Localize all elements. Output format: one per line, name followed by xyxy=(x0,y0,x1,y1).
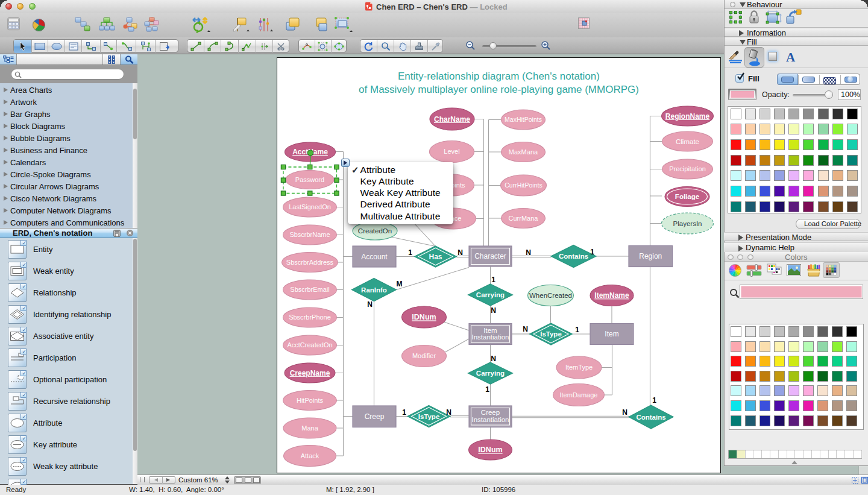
svg-text:CurrHitPoints: CurrHitPoints xyxy=(505,181,542,189)
svg-text:1: 1 xyxy=(652,396,656,405)
svg-text:1: 1 xyxy=(590,248,594,256)
svg-text:ItemDamage: ItemDamage xyxy=(559,391,597,399)
svg-text:N: N xyxy=(367,300,373,309)
svg-text:Creep: Creep xyxy=(480,409,499,416)
svg-text:Item: Item xyxy=(483,327,497,334)
svg-text:N: N xyxy=(526,248,531,257)
svg-text:N: N xyxy=(458,248,463,257)
svg-text:1: 1 xyxy=(408,248,412,257)
svg-text:Carrying: Carrying xyxy=(476,291,504,298)
svg-text:LastSignedOn: LastSignedOn xyxy=(289,203,331,210)
svg-text:AcctCreatedOn: AcctCreatedOn xyxy=(287,341,332,348)
svg-text:IDNum: IDNum xyxy=(412,313,436,321)
svg-text:SbscrbrEmail: SbscrbrEmail xyxy=(290,286,329,293)
svg-text:1: 1 xyxy=(485,385,489,394)
svg-text:WhenCreated: WhenCreated xyxy=(529,292,572,299)
svg-text:of Massively multiplayer onlin: of Massively multiplayer online role-pla… xyxy=(359,84,639,95)
svg-text:SbscrbrName: SbscrbrName xyxy=(289,231,330,238)
svg-text:N: N xyxy=(622,408,627,417)
svg-text:Creep: Creep xyxy=(364,412,384,421)
svg-text:Contains: Contains xyxy=(558,253,588,260)
svg-text:CreatedOn: CreatedOn xyxy=(357,227,391,235)
svg-text:Attack: Attack xyxy=(300,452,319,459)
svg-text:Mana: Mana xyxy=(301,424,318,432)
svg-text:Account: Account xyxy=(361,253,388,261)
svg-text:CharName: CharName xyxy=(433,115,470,124)
svg-text:Character: Character xyxy=(474,252,506,260)
svg-text:HitPoints: HitPoints xyxy=(296,397,323,404)
svg-text:CurrMana: CurrMana xyxy=(508,215,538,222)
svg-text:Password: Password xyxy=(295,176,324,183)
svg-text:RegionName: RegionName xyxy=(665,112,709,121)
svg-text:Instantiation: Instantiation xyxy=(471,416,509,423)
svg-text:M: M xyxy=(396,280,402,288)
svg-text:IsType: IsType xyxy=(418,413,439,420)
svg-text:Level: Level xyxy=(444,148,459,155)
svg-text:IDNum: IDNum xyxy=(478,446,502,454)
svg-text:Entity-relationship diagram (C: Entity-relationship diagram (Chen's nota… xyxy=(398,71,600,82)
svg-text:ItemType: ItemType xyxy=(565,364,592,371)
svg-text:1: 1 xyxy=(491,276,495,284)
svg-text:PlayersIn: PlayersIn xyxy=(673,220,702,227)
svg-text:MaxHitPoints: MaxHitPoints xyxy=(505,116,542,123)
svg-text:CreepName: CreepName xyxy=(289,369,330,377)
svg-text:Has: Has xyxy=(429,253,442,261)
svg-text:N: N xyxy=(523,325,528,333)
svg-text:ItemName: ItemName xyxy=(594,291,629,300)
svg-text:MaxMana: MaxMana xyxy=(508,148,538,156)
svg-text:SbscrbrAddress: SbscrbrAddress xyxy=(286,259,333,266)
svg-text:N: N xyxy=(491,355,496,363)
svg-text:IsType: IsType xyxy=(540,330,562,338)
svg-text:1: 1 xyxy=(575,326,579,334)
svg-text:RanInfo: RanInfo xyxy=(361,286,387,294)
svg-text:Carrying: Carrying xyxy=(476,370,504,377)
svg-text:Foliage: Foliage xyxy=(675,193,699,200)
svg-text:Contains: Contains xyxy=(636,414,665,421)
svg-text:N: N xyxy=(491,306,496,315)
svg-text:N: N xyxy=(446,408,451,417)
svg-text:Precipitation: Precipitation xyxy=(669,165,706,172)
svg-text:Modifier: Modifier xyxy=(412,352,435,359)
svg-text:Climate: Climate xyxy=(676,138,699,145)
svg-text:SbscrbrPhone: SbscrbrPhone xyxy=(289,314,331,321)
svg-text:Item: Item xyxy=(605,330,618,338)
svg-text:Region: Region xyxy=(639,252,662,260)
svg-text:1: 1 xyxy=(402,408,406,417)
svg-text:Instantiation: Instantiation xyxy=(471,333,509,341)
